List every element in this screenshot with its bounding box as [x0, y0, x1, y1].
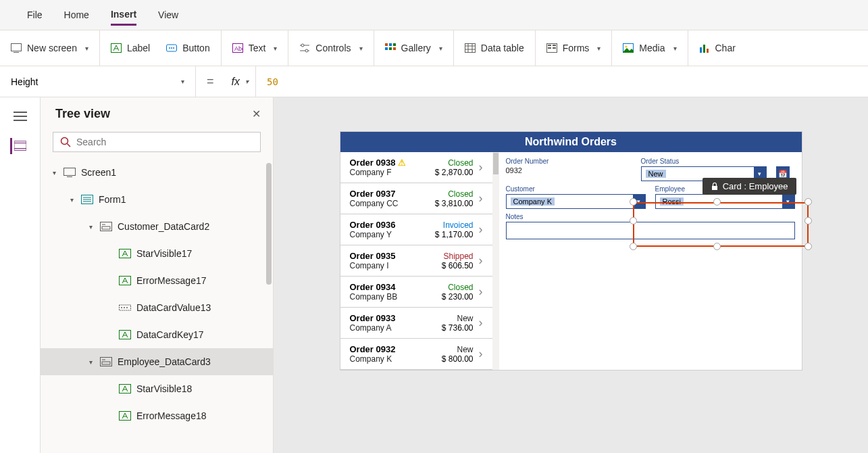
tree-node-screen1[interactable]: ▾Screen1 — [41, 159, 273, 186]
customer-dropdown[interactable]: Company K ▾ — [506, 194, 646, 209]
svg-point-10 — [301, 44, 304, 47]
tree-node-errormessage17[interactable]: ErrorMessage17 — [41, 267, 273, 294]
property-name: Height — [11, 76, 38, 87]
notes-input[interactable] — [506, 222, 795, 239]
close-icon[interactable]: ✕ — [252, 108, 261, 120]
order-list-item[interactable]: Order 0933Company ANew$ 736.00› — [340, 308, 492, 339]
twisty-icon: ▾ — [70, 196, 77, 204]
new-screen-button[interactable]: New screen ▾ — [0, 30, 100, 66]
selection-tooltip-text: Card : Employee — [723, 181, 788, 191]
company-name: Company CC — [350, 199, 435, 208]
customer-label: Customer — [506, 185, 646, 193]
order-number: Order 0935 — [350, 251, 442, 261]
text-button-label: Text — [249, 43, 266, 53]
order-amount: $ 736.00 — [442, 323, 474, 333]
order-form: Card : Employee Order Number 0932 Order … — [499, 152, 802, 370]
notes-label: Notes — [506, 213, 795, 220]
tree-node-label: ErrorMessage18 — [136, 410, 207, 421]
svg-rect-17 — [389, 47, 392, 50]
menu-view[interactable]: View — [158, 9, 178, 20]
search-input[interactable] — [76, 137, 253, 147]
label-icon — [111, 43, 122, 53]
order-number: Order 0934 — [350, 282, 442, 292]
screen-icon — [63, 166, 76, 178]
order-status-value: New — [646, 170, 666, 178]
order-number-value: 0932 — [506, 166, 632, 174]
scrollbar-thumb[interactable] — [266, 163, 272, 285]
tree-node-starvisible17[interactable]: StarVisible17 — [41, 240, 273, 267]
svg-text:Abc: Abc — [234, 45, 243, 52]
resize-handle[interactable] — [630, 217, 637, 224]
chart-button[interactable]: Char — [688, 30, 746, 66]
forms-button[interactable]: Forms ▾ — [536, 30, 613, 66]
canvas[interactable]: Northwind Orders Order 0938⚠Company FClo… — [274, 97, 868, 453]
resize-handle[interactable] — [713, 198, 721, 206]
order-amount: $ 800.00 — [442, 354, 474, 364]
gallery-button[interactable]: Gallery ▾ — [374, 30, 454, 66]
formula-bar: Height ▾ = fx ▾ 50 — [0, 66, 868, 97]
tree-search[interactable] — [53, 132, 261, 152]
resize-handle[interactable] — [630, 198, 637, 206]
chevron-down-icon: ▾ — [85, 45, 88, 52]
tree-node-form1[interactable]: ▾Form1 — [41, 186, 273, 213]
resize-handle[interactable] — [713, 243, 721, 250]
svg-point-55 — [124, 307, 125, 308]
tree-node-label: Customer_DataCard2 — [118, 221, 209, 232]
chevron-right-icon: › — [479, 254, 483, 268]
chevron-right-icon: › — [479, 191, 483, 206]
lock-icon — [711, 183, 719, 191]
controls-button-label: Controls — [315, 43, 351, 53]
order-list-item[interactable]: Order 0935Company IShipped$ 606.50› — [340, 245, 492, 277]
controls-button[interactable]: Controls ▾ — [288, 30, 374, 66]
data-table-button[interactable]: Data table — [454, 30, 536, 66]
order-list-item[interactable]: Order 0937Company CCClosed$ 3,810.00› — [340, 183, 492, 214]
menu-insert[interactable]: Insert — [111, 9, 136, 26]
card-icon — [100, 356, 112, 368]
svg-point-6 — [173, 47, 174, 49]
media-button-label: Media — [639, 43, 665, 53]
button-icon — [166, 43, 177, 53]
chart-icon — [699, 43, 710, 53]
resize-handle[interactable] — [805, 198, 812, 206]
svg-point-56 — [126, 307, 128, 308]
label-button[interactable]: Label — [111, 43, 150, 53]
property-selector[interactable]: Height ▾ — [0, 66, 196, 97]
menu-file[interactable]: File — [27, 9, 43, 20]
tree-panel: Tree view ✕ ▾Screen1▾Form1▾Customer_Data… — [41, 97, 274, 453]
tree-node-starvisible18[interactable]: StarVisible18 — [41, 375, 273, 402]
tree-node-errormessage18[interactable]: ErrorMessage18 — [41, 402, 273, 429]
hamburger-icon[interactable] — [12, 108, 28, 124]
employee-dropdown[interactable]: Rossi ▾ — [655, 194, 795, 209]
order-list-item[interactable]: Order 0932Company KNew$ 800.00› — [340, 339, 492, 370]
fx-button[interactable]: fx ▾ — [225, 66, 256, 97]
menu-home[interactable]: Home — [64, 9, 89, 20]
list-scrollbar[interactable] — [492, 152, 499, 370]
tree-node-label: ErrorMessage17 — [136, 275, 207, 286]
company-name: Company I — [350, 261, 442, 270]
tree-node-datacardkey17[interactable]: DataCardKey17 — [41, 321, 273, 348]
tree-node-datacardvalue13[interactable]: DataCardValue13 — [41, 294, 273, 321]
order-list-item[interactable]: Order 0934Company BBClosed$ 230.00› — [340, 277, 492, 308]
text-button[interactable]: Abc Text ▾ — [222, 30, 289, 66]
order-list-item[interactable]: Order 0938⚠Company FClosed$ 2,870.00› — [340, 152, 492, 183]
order-list-item[interactable]: Order 0936Company YInvoiced$ 1,170.00› — [340, 214, 492, 245]
resize-handle[interactable] — [805, 217, 812, 224]
button-button[interactable]: Button — [166, 43, 209, 53]
media-button[interactable]: Media ▾ — [612, 30, 688, 66]
company-name: Company A — [350, 323, 442, 333]
resize-handle[interactable] — [805, 243, 812, 250]
svg-rect-26 — [553, 45, 556, 46]
company-name: Company F — [350, 168, 435, 177]
twisty-icon: ▾ — [89, 358, 96, 366]
chevron-down-icon: ▾ — [439, 45, 442, 52]
tree-node-customer-datacard2[interactable]: ▾Customer_DataCard2 — [41, 213, 273, 240]
svg-rect-25 — [548, 45, 551, 46]
formula-input[interactable]: 50 — [256, 76, 289, 87]
tree-list: ▾Screen1▾Form1▾Customer_DataCard2StarVis… — [41, 159, 273, 453]
combo-icon — [119, 302, 131, 314]
svg-rect-60 — [102, 362, 110, 364]
resize-handle[interactable] — [630, 243, 637, 250]
tree-node-employee-datacard3[interactable]: ▾Employee_DataCard3 — [41, 348, 273, 375]
tree-view-rail-button[interactable] — [10, 138, 26, 154]
order-amount: $ 2,870.00 — [435, 168, 474, 177]
